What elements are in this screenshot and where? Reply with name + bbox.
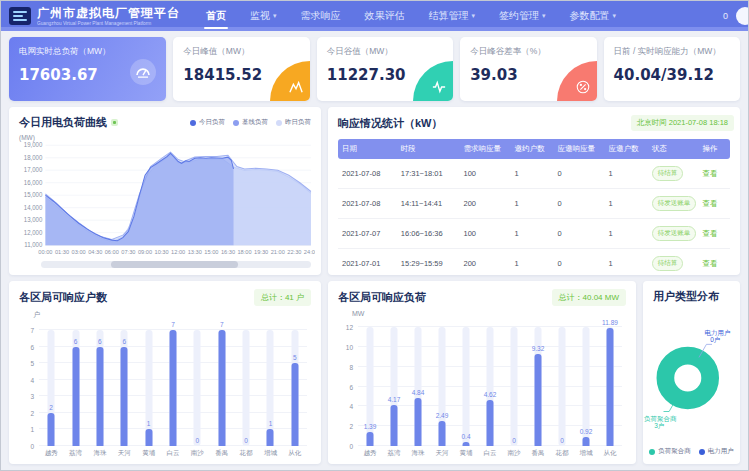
- nav-item-2[interactable]: 需求响应: [289, 1, 353, 31]
- bar-value-label: 9.32: [532, 345, 545, 352]
- topbar-right: 0: [723, 7, 740, 25]
- bar-番禺: 9.32番禺: [526, 327, 550, 446]
- bar-花都: 0花都: [234, 330, 258, 446]
- nav-item-5[interactable]: 签约管理▾: [487, 1, 558, 31]
- main-nav: 首页监视▾需求响应效果评估结算管理▾签约管理▾参数配置▾: [194, 1, 628, 31]
- table-cell: 100: [460, 159, 511, 189]
- bar-value-label: 6: [74, 338, 78, 345]
- donut-ring-aggregator: [665, 355, 710, 400]
- kpi-card-3: 今日峰谷差率（%）39.03: [460, 37, 596, 101]
- legend-label: 基线负荷: [242, 118, 268, 127]
- bar-fill: [439, 421, 446, 446]
- bar-南沙: 0南沙: [502, 327, 526, 446]
- nav-item-0[interactable]: 首页: [194, 1, 238, 31]
- top-navbar: 广州市虚拟电厂管理平台 Guangzhou Virtual Power Plan…: [1, 1, 748, 31]
- legend-item-2[interactable]: 昨日负荷: [276, 118, 311, 127]
- table-cell: 17:31~18:01: [397, 159, 460, 189]
- view-link[interactable]: 查看: [703, 259, 718, 268]
- bar-fill: [367, 432, 374, 446]
- bar-fill: [607, 328, 614, 446]
- column-header: 状态: [648, 139, 699, 159]
- table-cell: 1: [605, 159, 648, 189]
- status-badge: 待结算: [652, 166, 684, 181]
- table-cell: 1: [510, 219, 553, 249]
- table-cell: 2021-07-07: [338, 219, 397, 249]
- column-header: 应邀响应量: [554, 139, 605, 159]
- bar-天河: 6天河: [112, 330, 136, 446]
- households-unit-label: 户: [33, 310, 321, 320]
- y-axis-tick: 7: [30, 327, 34, 334]
- bar-fill: [218, 330, 225, 446]
- donut-legend-item-1[interactable]: 电力用户: [699, 447, 734, 456]
- svg-text:17,000: 17,000: [24, 166, 43, 173]
- bar-fill: [145, 429, 152, 446]
- bar-fill: [415, 398, 422, 446]
- load-chart: 11,00012,00013,00014,00015,00016,00017,0…: [9, 141, 321, 260]
- y-axis-tick: 2: [349, 423, 353, 430]
- table-cell: 1: [605, 219, 648, 249]
- svg-text:18,000: 18,000: [24, 154, 43, 161]
- legend-item-0[interactable]: 今日负荷: [190, 118, 225, 127]
- svg-text:04:30: 04:30: [88, 249, 102, 255]
- bar-fill: [291, 363, 298, 446]
- svg-text:15:00: 15:00: [204, 249, 218, 255]
- chart-zoom-scrollbar[interactable]: [41, 261, 311, 268]
- x-axis-label: 黄埔: [142, 449, 155, 458]
- view-link[interactable]: 查看: [703, 199, 718, 208]
- svg-text:19,000: 19,000: [24, 141, 43, 148]
- svg-text:16:30: 16:30: [221, 249, 235, 255]
- bar-track: [511, 327, 518, 446]
- bar-海珠: 4.84海珠: [406, 327, 430, 446]
- app-title-block: 广州市虚拟电厂管理平台 Guangzhou Virtual Power Plan…: [37, 7, 180, 26]
- user-type-legend: 负荷聚合商电力用户: [643, 447, 740, 464]
- svg-text:06:00: 06:00: [105, 249, 119, 255]
- table-cell: 16:06~16:36: [397, 219, 460, 249]
- district-load-bar-chart: 0246810121.39越秀4.17荔湾4.84海珠2.49天河0.4黄埔4.…: [358, 321, 622, 460]
- bar-value-label: 4.17: [388, 396, 401, 403]
- chart-zoom-handle[interactable]: [111, 261, 238, 268]
- bar-value-label: 0: [196, 437, 200, 444]
- table-row: 2021-07-0716:06~16:36100101待发送账单查看: [338, 219, 730, 249]
- nav-item-3[interactable]: 效果评估: [353, 1, 417, 31]
- table-row: 2021-07-0115:29~15:59200101待结算查看: [338, 249, 730, 276]
- nav-item-6[interactable]: 参数配置▾: [558, 1, 629, 31]
- x-axis-label: 天河: [436, 449, 449, 458]
- load-panel-title: 今日用电负荷曲线: [19, 115, 107, 130]
- live-indicator-icon: [111, 119, 118, 126]
- load-panel-head: 今日用电负荷曲线 今日负荷基线负荷昨日负荷: [9, 107, 321, 132]
- y-axis-tick: 5: [30, 360, 34, 367]
- bar-从化: 5从化: [283, 330, 307, 446]
- district-load-panel-title: 各区局可响应负荷: [338, 290, 426, 305]
- notification-count[interactable]: 0: [723, 11, 728, 21]
- legend-item-1[interactable]: 基线负荷: [233, 118, 268, 127]
- x-axis-label: 番禺: [532, 449, 545, 458]
- nav-item-1[interactable]: 监视▾: [238, 1, 289, 31]
- donut-legend-item-0[interactable]: 负荷聚合商: [649, 447, 691, 456]
- nav-item-4[interactable]: 结算管理▾: [417, 1, 488, 31]
- kpi-label: 今日峰谷差率（%）: [470, 46, 586, 58]
- bar-fill: [72, 347, 79, 446]
- y-axis-tick: 2: [30, 409, 34, 416]
- kpi-label: 电网实时总负荷（MW）: [19, 46, 156, 58]
- bar-番禺: 7番禺: [210, 330, 234, 446]
- svg-text:18:00: 18:00: [237, 249, 251, 255]
- load-curve-panel: 今日用电负荷曲线 今日负荷基线负荷昨日负荷 (MW) 11,00012,0001…: [9, 107, 321, 275]
- x-axis-label: 从化: [288, 449, 301, 458]
- callout-power-user-value: 0户: [710, 336, 720, 343]
- y-axis-tick: 12: [346, 324, 353, 331]
- table-cell: 0: [554, 249, 605, 276]
- beijing-time-badge: 北京时间 2021-07-08 18:18: [631, 115, 734, 131]
- kpi-card-2: 今日谷值（MW）11227.30: [317, 37, 453, 101]
- response-table: 日期时段需求响应量邀约户数应邀响应量应邀户数状态操作 2021-07-0817:…: [338, 139, 730, 275]
- table-cell: 2021-07-01: [338, 249, 397, 276]
- user-avatar[interactable]: [736, 7, 749, 25]
- view-link[interactable]: 查看: [703, 169, 718, 178]
- view-link[interactable]: 查看: [703, 229, 718, 238]
- kpi-label: 日前 / 实时响应能力（MW）: [614, 46, 730, 58]
- user-type-panel-title: 用户类型分布: [653, 289, 719, 304]
- svg-text:10:30: 10:30: [155, 249, 169, 255]
- bottom-row: 各区局可响应户数 总计：41 户 户 012345672越秀6荔湾6海珠6天河1…: [9, 281, 740, 464]
- app-title: 广州市虚拟电厂管理平台: [37, 7, 180, 19]
- svg-text:24:00: 24:00: [304, 249, 315, 255]
- svg-text:03:00: 03:00: [72, 249, 86, 255]
